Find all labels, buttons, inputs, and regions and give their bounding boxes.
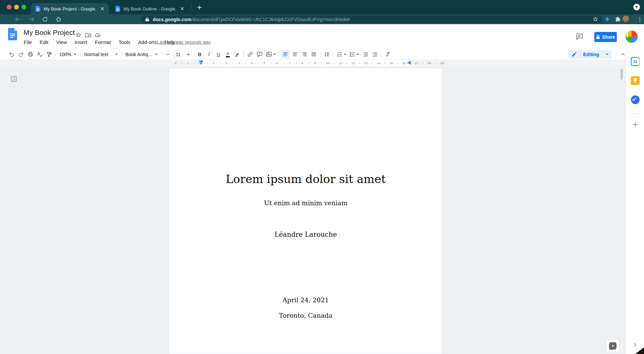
refresh-button[interactable] bbox=[40, 15, 50, 24]
align-right-button[interactable] bbox=[300, 50, 309, 59]
google-keep-icon[interactable] bbox=[631, 76, 640, 85]
pencil-icon bbox=[572, 52, 577, 57]
menu-tools[interactable]: Tools bbox=[118, 39, 131, 46]
home-button[interactable] bbox=[54, 15, 63, 24]
account-avatar[interactable] bbox=[626, 31, 638, 43]
font-size-input[interactable]: 11 bbox=[174, 51, 183, 58]
docs-logo-icon[interactable] bbox=[8, 28, 17, 42]
tab-close-icon[interactable] bbox=[179, 6, 185, 12]
window-minimize-button[interactable] bbox=[14, 5, 19, 9]
share-label: Share bbox=[602, 34, 615, 40]
bold-button[interactable]: B bbox=[195, 50, 204, 59]
toolbar-separator bbox=[244, 51, 244, 58]
browser-toolbar: docs.google.com/document/d/1jwDCFxlxW4G-… bbox=[0, 14, 644, 24]
increase-font-size-button[interactable] bbox=[184, 50, 193, 59]
menu-format[interactable]: Format bbox=[94, 39, 112, 46]
back-button[interactable] bbox=[13, 15, 22, 24]
star-document-icon[interactable] bbox=[75, 32, 82, 38]
italic-button[interactable]: I bbox=[205, 50, 213, 59]
menu-file[interactable]: File bbox=[23, 39, 33, 46]
docs-header: My Book Project File Edit View Insert Fo… bbox=[0, 24, 644, 49]
google-calendar-icon[interactable]: 31 bbox=[631, 57, 640, 66]
forward-button[interactable] bbox=[27, 15, 36, 24]
move-folder-icon[interactable] bbox=[85, 32, 91, 38]
chevron-down-icon bbox=[606, 54, 608, 55]
font-family-select[interactable]: Book Antiq... bbox=[123, 50, 160, 59]
menu-addons[interactable]: Add-ons bbox=[137, 39, 157, 46]
toolbar-separator bbox=[320, 51, 320, 58]
zoom-select[interactable]: 100% bbox=[57, 50, 79, 59]
menu-insert[interactable]: Insert bbox=[74, 39, 88, 46]
clear-formatting-button[interactable] bbox=[384, 50, 392, 59]
tab-search-button[interactable] bbox=[633, 4, 640, 10]
current-color-swatch bbox=[226, 56, 230, 57]
toolbar-separator bbox=[161, 51, 162, 58]
doc-text-subtitle: Ut enim ad minim veniam bbox=[169, 199, 442, 207]
align-left-button[interactable] bbox=[281, 50, 290, 59]
menu-view[interactable]: View bbox=[55, 39, 67, 46]
left-indent-marker[interactable] bbox=[199, 60, 203, 65]
line-spacing-button[interactable] bbox=[323, 50, 331, 59]
google-tasks-icon[interactable]: ✓ bbox=[631, 95, 640, 104]
chevron-down-icon bbox=[273, 54, 276, 55]
cloud-saved-icon[interactable] bbox=[95, 32, 101, 38]
window-close-button[interactable] bbox=[7, 5, 11, 9]
decrease-indent-button[interactable] bbox=[361, 50, 370, 59]
document-page[interactable]: Lorem ipsum dolor sit amet Ut enim ad mi… bbox=[169, 68, 443, 354]
tab-my-book-outline[interactable]: My Book Outline - Google Docs bbox=[111, 3, 189, 14]
text-color-button[interactable]: A bbox=[224, 50, 232, 59]
chevron-down-icon bbox=[155, 54, 158, 55]
add-addon-button[interactable] bbox=[631, 120, 640, 129]
increase-indent-button[interactable] bbox=[370, 50, 379, 59]
extensions-puzzle-icon[interactable] bbox=[613, 15, 622, 24]
numbered-list-button[interactable] bbox=[336, 50, 348, 59]
side-panel-divider bbox=[630, 114, 640, 114]
browser-menu-icon[interactable] bbox=[637, 15, 642, 24]
url-host: docs.google.com bbox=[153, 17, 191, 22]
right-indent-marker[interactable] bbox=[407, 61, 411, 65]
last-edit-link[interactable]: Last edit was seconds ago bbox=[157, 40, 210, 45]
paint-format-button[interactable] bbox=[45, 50, 53, 59]
bulleted-list-button[interactable] bbox=[348, 50, 360, 59]
new-tab-button[interactable] bbox=[196, 4, 203, 11]
underline-button[interactable]: U bbox=[214, 50, 223, 59]
share-button[interactable]: Share bbox=[594, 32, 617, 42]
tab-close-icon[interactable] bbox=[99, 6, 105, 12]
vertical-scrollbar[interactable] bbox=[621, 69, 623, 80]
insert-image-button[interactable] bbox=[265, 50, 277, 59]
explore-button[interactable]: ✦ bbox=[606, 339, 620, 353]
window-zoom-button[interactable] bbox=[21, 5, 26, 9]
paragraph-style-select[interactable]: Normal text bbox=[82, 50, 120, 59]
toolbar-separator bbox=[333, 51, 334, 58]
chevron-down-icon bbox=[74, 54, 77, 55]
menu-edit[interactable]: Edit bbox=[39, 39, 49, 46]
chevron-down-icon bbox=[356, 54, 359, 55]
extension-gem-icon[interactable] bbox=[603, 15, 611, 24]
comment-history-button[interactable] bbox=[576, 33, 583, 40]
tab-my-book-project[interactable]: My Book Project - Google Docs bbox=[31, 3, 109, 14]
docs-favicon bbox=[36, 6, 40, 12]
editing-mode-select[interactable]: Editing bbox=[568, 50, 612, 59]
document-title[interactable]: My Book Project bbox=[23, 29, 75, 37]
align-justify-button[interactable] bbox=[309, 50, 318, 59]
chevron-down-icon bbox=[115, 54, 118, 55]
show-outline-button[interactable] bbox=[10, 76, 17, 83]
spellcheck-button[interactable] bbox=[35, 50, 44, 59]
tab-strip: My Book Project - Google Docs My Book Ou… bbox=[0, 0, 644, 14]
url-bar[interactable]: docs.google.com/document/d/1jwDCFxlxW4G-… bbox=[141, 15, 602, 23]
doc-text-author: Léandre Larouche bbox=[169, 230, 442, 238]
add-comment-button[interactable] bbox=[255, 50, 264, 59]
lock-icon bbox=[145, 17, 149, 22]
chevron-down-icon bbox=[635, 6, 638, 8]
decrease-font-size-button[interactable] bbox=[164, 50, 172, 59]
highlight-color-button[interactable] bbox=[233, 50, 242, 59]
redo-button[interactable] bbox=[16, 50, 25, 59]
browser-profile-avatar[interactable] bbox=[622, 15, 630, 24]
undo-button[interactable] bbox=[7, 50, 16, 59]
print-button[interactable] bbox=[26, 50, 35, 59]
bookmark-star-icon[interactable] bbox=[593, 16, 598, 22]
insert-link-button[interactable] bbox=[246, 50, 255, 59]
doc-text-location: Toronto, Canada bbox=[169, 312, 442, 319]
side-panel: 31 ✓ bbox=[626, 49, 644, 354]
align-center-button[interactable] bbox=[291, 50, 299, 59]
